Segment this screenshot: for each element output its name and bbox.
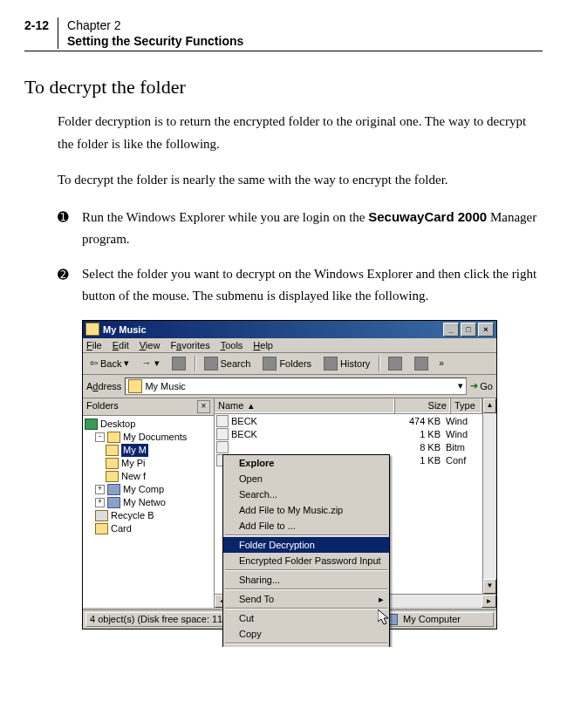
paragraph-2: To decrypt the folder is nearly the same… bbox=[58, 169, 543, 192]
up-button[interactable] bbox=[168, 356, 189, 371]
page-number: 2-12 bbox=[24, 17, 58, 49]
file-type: Wind bbox=[446, 428, 481, 441]
file-type: Wind bbox=[446, 415, 481, 428]
extra-icon-2 bbox=[414, 357, 428, 371]
paragraph-1: Folder decryption is to return the encry… bbox=[58, 111, 543, 155]
file-name: BECK bbox=[231, 415, 257, 428]
tree-desktop[interactable]: Desktop bbox=[100, 418, 135, 431]
menu-item[interactable]: Encrypted Folder Password Input bbox=[223, 553, 389, 568]
menu-item[interactable]: Explore bbox=[223, 455, 389, 471]
folder-icon bbox=[85, 323, 99, 336]
page-header: 2-12 Chapter 2 Setting the Security Func… bbox=[24, 17, 543, 51]
scroll-up-button[interactable]: ▲ bbox=[483, 398, 496, 413]
vertical-scrollbar[interactable]: ▲ ▼ bbox=[482, 398, 496, 594]
menu-item[interactable]: Cut bbox=[223, 610, 389, 626]
recycle-icon bbox=[95, 510, 108, 521]
svg-marker-0 bbox=[378, 609, 388, 624]
toolbar: ⇦ Back ▾ → ▾ Search Folders History » bbox=[83, 353, 496, 375]
step-1-number: ➊ bbox=[58, 206, 82, 251]
menu-item[interactable]: Create Shortcut bbox=[223, 645, 389, 647]
col-size[interactable]: Size bbox=[395, 398, 451, 413]
tree-my-network[interactable]: My Netwo bbox=[123, 496, 166, 509]
folders-pane: Folders × Desktop -My Documents My M My … bbox=[83, 398, 215, 608]
tool-extra-2[interactable] bbox=[411, 356, 432, 371]
search-button[interactable]: Search bbox=[201, 356, 255, 371]
expand-icon[interactable]: + bbox=[95, 498, 105, 507]
file-size: 474 KB bbox=[393, 415, 446, 428]
menu-item[interactable]: Open bbox=[223, 471, 389, 486]
menu-item[interactable]: Sharing... bbox=[223, 572, 389, 588]
file-size: 1 KB bbox=[393, 428, 446, 441]
history-button[interactable]: History bbox=[320, 356, 373, 371]
go-button[interactable]: ➔Go bbox=[470, 380, 493, 391]
context-menu[interactable]: ExploreOpenSearch...Add File to My Music… bbox=[222, 454, 390, 647]
file-row[interactable]: BECK474 KBWind bbox=[215, 415, 482, 428]
search-icon bbox=[204, 357, 218, 371]
menu-file[interactable]: File bbox=[86, 340, 102, 350]
forward-button[interactable]: → ▾ bbox=[138, 357, 162, 370]
menu-help[interactable]: Help bbox=[253, 340, 273, 350]
folder-icon bbox=[106, 471, 119, 482]
menu-favorites[interactable]: Favorites bbox=[170, 340, 209, 350]
col-name[interactable]: Name ▴ bbox=[215, 398, 395, 413]
step-1-text: Run the Windows Explorer while you are l… bbox=[82, 206, 543, 251]
desktop-icon bbox=[85, 418, 98, 430]
tree-recycle-bin[interactable]: Recycle B bbox=[111, 509, 154, 522]
folders-icon bbox=[263, 357, 277, 371]
toolbar-overflow[interactable]: » bbox=[437, 358, 446, 368]
up-icon bbox=[172, 357, 186, 371]
menu-item[interactable]: Copy bbox=[223, 626, 389, 642]
go-label: Go bbox=[480, 381, 493, 391]
menu-item[interactable]: Search... bbox=[223, 486, 389, 502]
column-headers[interactable]: Name ▴ Size Type bbox=[215, 398, 482, 414]
status-location-label: My Computer bbox=[403, 614, 461, 624]
address-bar: Address My Music ▾ ➔Go bbox=[83, 375, 496, 398]
tree-my-computer[interactable]: My Comp bbox=[123, 483, 164, 496]
menu-view[interactable]: View bbox=[140, 340, 161, 350]
address-input[interactable]: My Music ▾ bbox=[125, 378, 467, 395]
history-label: History bbox=[340, 358, 370, 369]
file-size: 1 KB bbox=[393, 454, 446, 467]
minimize-button[interactable]: _ bbox=[443, 323, 459, 337]
section-title: To decrypt the folder bbox=[24, 76, 543, 99]
tree-my-music[interactable]: My M bbox=[121, 444, 148, 457]
address-value: My Music bbox=[145, 381, 185, 391]
expand-icon[interactable]: + bbox=[95, 485, 105, 494]
window-titlebar[interactable]: My Music _ □ × bbox=[83, 321, 496, 338]
close-button[interactable]: × bbox=[478, 323, 494, 337]
tree-my-documents[interactable]: My Documents bbox=[123, 431, 187, 444]
step-2-number: ➋ bbox=[58, 263, 82, 308]
step-1-product: SecuwayCard 2000 bbox=[368, 209, 487, 224]
folders-pane-close[interactable]: × bbox=[197, 400, 210, 413]
tree-my-pictures[interactable]: My Pi bbox=[121, 457, 146, 470]
menu-item[interactable]: Send To▸ bbox=[223, 591, 389, 607]
folder-icon bbox=[107, 432, 120, 443]
computer-icon bbox=[107, 484, 120, 495]
col-type[interactable]: Type bbox=[451, 398, 482, 413]
scroll-right-button[interactable]: ► bbox=[482, 595, 496, 608]
tree-card[interactable]: Card bbox=[111, 522, 132, 535]
file-icon bbox=[216, 428, 229, 440]
col-name-label: Name bbox=[218, 400, 243, 411]
menu-tools[interactable]: Tools bbox=[221, 340, 243, 350]
tool-extra-1[interactable] bbox=[385, 356, 406, 371]
menu-item[interactable]: Add File to My Music.zip bbox=[223, 502, 389, 518]
file-row[interactable]: BECK1 KBWind bbox=[215, 428, 482, 441]
menu-item[interactable]: Folder Decryption bbox=[223, 537, 389, 553]
folder-icon bbox=[128, 379, 142, 393]
folders-pane-title: Folders bbox=[86, 400, 119, 413]
file-type: Conf bbox=[446, 454, 481, 467]
scroll-down-button[interactable]: ▼ bbox=[483, 579, 496, 594]
chapter-info: Chapter 2 Setting the Security Functions bbox=[67, 17, 243, 49]
back-button[interactable]: ⇦ Back ▾ bbox=[86, 357, 133, 370]
folders-button[interactable]: Folders bbox=[259, 356, 315, 371]
chapter-subtitle: Setting the Security Functions bbox=[67, 33, 243, 49]
maximize-button[interactable]: □ bbox=[461, 323, 476, 337]
folder-tree[interactable]: Desktop -My Documents My M My Pi New f +… bbox=[83, 416, 214, 537]
file-row[interactable]: 8 KBBitm bbox=[215, 441, 482, 454]
collapse-icon[interactable]: - bbox=[95, 432, 105, 442]
network-icon bbox=[107, 497, 120, 508]
menu-item[interactable]: Add File to ... bbox=[223, 518, 389, 534]
tree-new-folder[interactable]: New f bbox=[121, 470, 146, 483]
menu-edit[interactable]: Edit bbox=[113, 340, 129, 350]
